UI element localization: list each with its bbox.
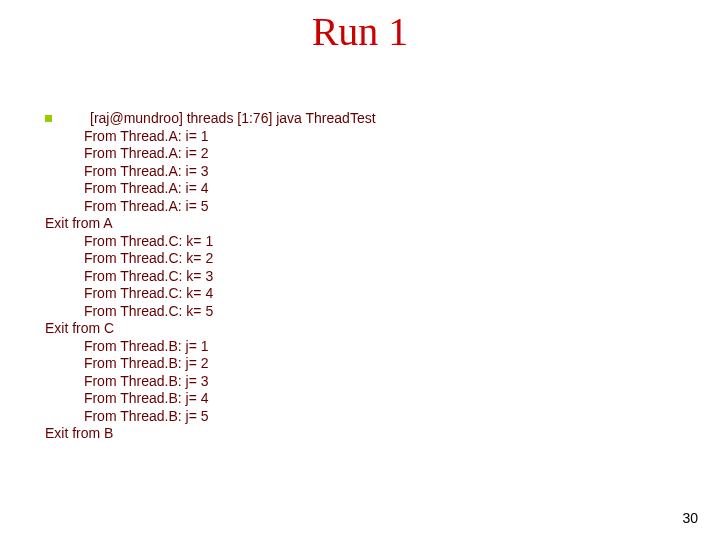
bullet-row: [raj@mundroo] threads [1:76] java Thread… [45,110,690,128]
line: From Thread.A: i= 1 [84,128,209,144]
page-number: 30 [682,510,698,526]
bullet-icon [45,115,52,122]
line: From Thread.B: j= 2 [84,355,209,371]
line: From Thread.A: i= 2 [84,145,209,161]
line: From Thread.A: i= 3 [84,163,209,179]
line: From Thread.B: j= 4 [84,390,209,406]
line: From Thread.C: k= 4 [84,285,213,301]
line: From Thread.C: k= 2 [84,250,213,266]
line: From Thread.A: i= 4 [84,180,209,196]
output-block-a: From Thread.A: i= 1 From Thread.A: i= 2 … [45,128,690,216]
slide-title: Run 1 [0,8,720,55]
line: From Thread.C: k= 5 [84,303,213,319]
line: From Thread.B: j= 1 [84,338,209,354]
line: From Thread.B: j= 3 [84,373,209,389]
slide-body: [raj@mundroo] threads [1:76] java Thread… [45,110,690,443]
exit-line-b: Exit from B [45,425,690,443]
exit-line-c: Exit from C [45,320,690,338]
line: From Thread.A: i= 5 [84,198,209,214]
output-block-c: From Thread.C: k= 1 From Thread.C: k= 2 … [45,233,690,321]
line: From Thread.C: k= 1 [84,233,213,249]
slide: Run 1 [raj@mundroo] threads [1:76] java … [0,0,720,540]
command-line: [raj@mundroo] threads [1:76] java Thread… [90,110,376,128]
output-block-b: From Thread.B: j= 1 From Thread.B: j= 2 … [45,338,690,426]
exit-line-a: Exit from A [45,215,690,233]
line: From Thread.C: k= 3 [84,268,213,284]
line: From Thread.B: j= 5 [84,408,209,424]
